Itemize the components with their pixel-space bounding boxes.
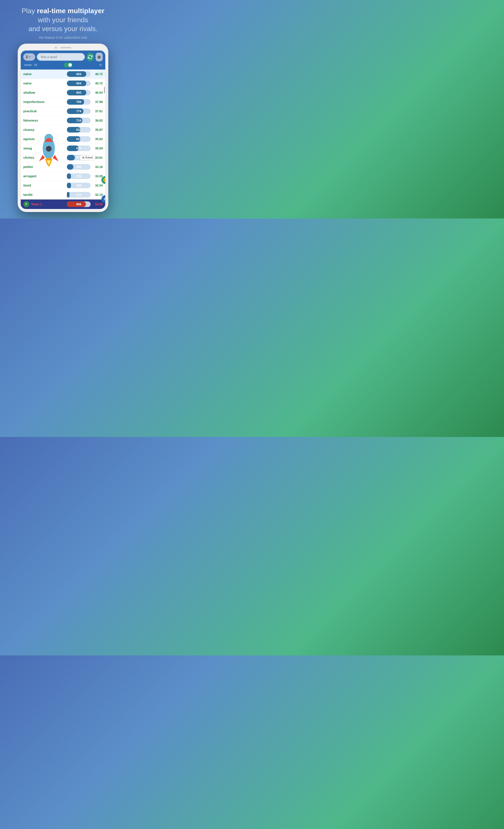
- hero-line1-normal: Play: [22, 7, 37, 15]
- toggle[interactable]: [64, 63, 73, 67]
- word-label: practical: [23, 109, 67, 113]
- chevron-down-icon: ▼: [29, 56, 31, 58]
- score-bar-container: 904: [67, 71, 91, 77]
- table-row[interactable]: naive 904 40.72: [21, 70, 105, 79]
- team-avatar: F: [23, 201, 29, 207]
- score-bar-fill: [67, 183, 71, 188]
- percent-value: 37.99: [92, 100, 103, 104]
- score-bar-fill: [67, 99, 84, 105]
- word-label: naive: [23, 81, 67, 85]
- score-bar-container: 774: [67, 108, 91, 114]
- percent-value: 35.82: [92, 137, 103, 141]
- words-count: words · 16: [24, 63, 37, 67]
- score-number: 189: [76, 184, 81, 187]
- score-number: 799: [76, 100, 81, 104]
- hero-line3: and versus your rivals.: [29, 25, 98, 33]
- score-bar-container: 296: [67, 164, 91, 170]
- table-row[interactable]: imperfections 799 37.99: [21, 97, 105, 107]
- score-bar-container: 627: [67, 136, 91, 142]
- score-number: 900: [76, 91, 81, 94]
- speaker: [61, 47, 71, 48]
- word-label: arrogant: [23, 174, 67, 178]
- soccer-button[interactable]: ⊛: [95, 53, 103, 61]
- table-row[interactable]: arrogant 189 33.05 😊: [21, 172, 105, 181]
- hero-subtitle: this feature is for subscribers only: [22, 36, 105, 39]
- percent-value: 33.05: [92, 174, 103, 178]
- score-bar-container: 554: [67, 145, 91, 151]
- percent-value: 37.61: [92, 109, 103, 113]
- score-bar: 716: [67, 118, 91, 123]
- table-row[interactable]: shallow 900 40.54: [21, 88, 105, 97]
- word-label: falseness: [23, 118, 67, 122]
- percent-label: %: [99, 63, 102, 67]
- toggle-container[interactable]: [64, 63, 73, 67]
- table-row[interactable]: pettier 296 33.16: [21, 163, 105, 172]
- table-row[interactable]: egoism 627 35.82: [21, 135, 105, 144]
- score-bar: 189: [67, 183, 91, 188]
- phone-mockup: 2 ▼ ⊛ words · 16: [18, 44, 108, 212]
- table-row[interactable]: tactile 122 32.19: [21, 190, 105, 200]
- stats-row: words · 16 %: [23, 61, 103, 68]
- refresh-button[interactable]: [86, 53, 94, 61]
- score-bar-container: 632: [67, 127, 91, 133]
- search-input[interactable]: [37, 53, 85, 61]
- phone-screen: 2 ▼ ⊛ words · 16: [21, 50, 105, 209]
- percent-value: 40.72: [92, 82, 103, 85]
- score-number: 296: [76, 165, 81, 169]
- score-bar: 900: [67, 90, 91, 96]
- percent-value: 35.09: [92, 147, 103, 150]
- score-bar-fill: [67, 155, 75, 160]
- score-number: 774: [76, 109, 81, 113]
- phone-notch: [21, 47, 105, 49]
- team-avatar-letter: F: [26, 203, 27, 206]
- hero-section: Play real-time multiplayer with your fri…: [22, 6, 105, 39]
- score-bar: 632: [67, 127, 91, 133]
- percent-value: 40.72: [92, 72, 103, 76]
- num-selector[interactable]: 2 ▼: [23, 53, 35, 61]
- word-label: pettier: [23, 165, 67, 169]
- percent-value: 40.54: [92, 91, 103, 94]
- percent-value: 35.87: [92, 128, 103, 132]
- score-bar-container: ⊞ Robert 379: [67, 155, 91, 160]
- team-score-bar: 996: [67, 202, 91, 207]
- refresh-icon: [88, 55, 92, 59]
- table-row[interactable]: practical 774 37.61: [21, 107, 105, 116]
- robert-label: Robert: [85, 156, 93, 159]
- score-bar: 799: [67, 99, 91, 105]
- score-bar-fill: [67, 192, 70, 197]
- score-bar-container: 904: [67, 80, 91, 86]
- team-score-number: 996: [76, 203, 81, 206]
- score-bar: 627: [67, 136, 91, 142]
- table-row[interactable]: timid 189 32.54 R: [21, 181, 105, 190]
- percent-value: 32.19: [92, 193, 103, 196]
- score-bar-container: 799: [67, 99, 91, 105]
- score-bar-fill: [67, 173, 71, 179]
- score-bar: 554: [67, 145, 91, 151]
- score-number: 554: [76, 147, 81, 150]
- table-row[interactable]: naive 904 40.72: [21, 79, 105, 88]
- word-label: smug: [23, 146, 67, 150]
- robert-icon: ⊞: [82, 156, 84, 159]
- team-percent: 54.53: [92, 203, 103, 206]
- score-bar-container: 900: [67, 90, 91, 96]
- word-label: tactile: [23, 193, 67, 196]
- scrollbar[interactable]: [104, 87, 105, 93]
- robert-tooltip: ⊞ Robert: [80, 155, 95, 160]
- table-row[interactable]: cliches ⊞ Robert 379 33.61: [21, 153, 105, 163]
- score-number: 716: [76, 119, 81, 122]
- score-bar-container: 122: [67, 192, 91, 197]
- table-row[interactable]: smug 554 35.09: [21, 144, 105, 153]
- table-row[interactable]: clumsy 632 35.87: [21, 125, 105, 135]
- search-row: 2 ▼ ⊛: [23, 53, 103, 61]
- score-number: 632: [76, 128, 81, 132]
- table-row[interactable]: falseness 716 36.82: [21, 116, 105, 125]
- team-name: Team 1: [31, 202, 65, 206]
- camera-icon: [55, 47, 57, 49]
- score-bar-container: 716: [67, 118, 91, 123]
- soccer-icon: ⊛: [97, 55, 101, 60]
- word-label: shallow: [23, 91, 67, 94]
- score-bar: 189: [67, 173, 91, 179]
- hero-line2: with your friends: [38, 16, 88, 24]
- score-number: 904: [76, 72, 81, 76]
- app-header: 2 ▼ ⊛ words · 16: [21, 50, 105, 70]
